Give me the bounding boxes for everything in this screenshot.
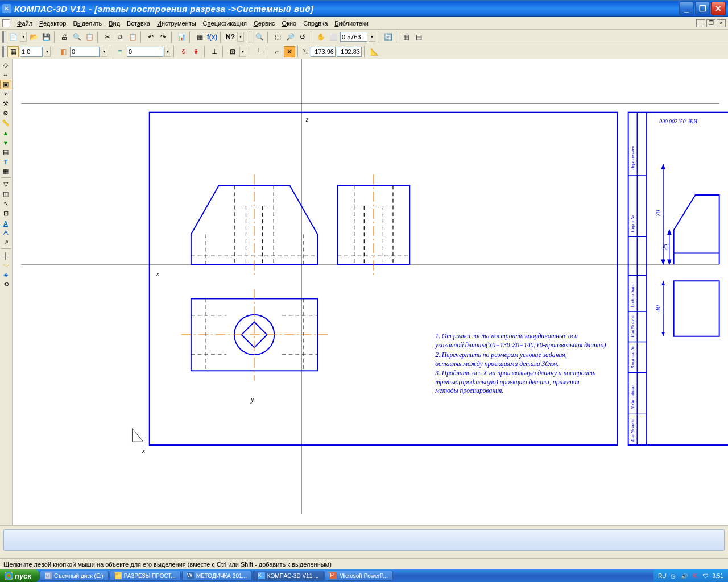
tool-spec[interactable]: ▼ [0,138,11,147]
zoom-in-button[interactable]: 🔍 [254,31,265,43]
zoom-fit-button[interactable]: ⬜ [328,31,339,43]
tool-insert-text[interactable]: T [0,157,11,167]
style-input[interactable] [127,47,163,57]
menu-service[interactable]: Сервис [250,19,279,28]
redraw-button[interactable]: 🔄 [382,31,394,43]
tool-base[interactable]: ◫ [0,189,11,199]
menu-libs[interactable]: Библиотеки [331,19,372,28]
tool-axis[interactable]: ┼ [0,251,11,260]
variables-button[interactable]: f(x) [206,31,218,43]
toolbar-grip-2[interactable] [249,31,251,43]
task-item-powerpoint[interactable]: PMicrosoft PowerP... [325,571,392,581]
tool-reports[interactable]: ▤ [0,147,11,157]
manager-button[interactable]: 📊 [176,31,187,43]
style-icon[interactable]: ≡ [114,46,126,57]
measure-button[interactable]: 📐 [369,46,380,57]
tool-dimensions[interactable]: ↔ [0,70,11,80]
tool-cut-line[interactable]: ᗅ [0,228,11,238]
current-state-button[interactable]: ▦ [7,46,19,57]
grid-button[interactable]: ⊥ [209,46,220,57]
menu-spec[interactable]: Спецификация [200,19,250,28]
tray-network-icon[interactable]: ◷ [669,572,677,580]
tool-mark[interactable]: A [0,218,11,228]
drawing-canvas[interactable]: x Перв примен Справ № Подп и дата Инв № … [13,59,728,525]
pan-button[interactable]: ✋ [315,31,326,43]
maximize-button[interactable]: ❐ [695,2,710,15]
layer-icon[interactable]: ◧ [57,46,69,57]
open-button[interactable]: 📂 [28,31,39,43]
copy-button[interactable]: ⧉ [114,31,126,43]
tool-table[interactable]: ▦ [0,167,11,176]
grid-toggle-button[interactable]: ⊞ [227,46,238,57]
menu-insert[interactable]: Вставка [123,19,154,28]
menu-tools[interactable]: Инструменты [154,19,200,28]
cut-button[interactable]: ✂ [102,31,113,43]
tool-wave[interactable]: 〰 [0,260,11,270]
menu-window[interactable]: Окно [279,19,300,28]
start-button[interactable]: пуск [0,569,39,582]
scale-input[interactable] [20,47,43,57]
tool-text[interactable]: ₮ [0,89,11,99]
ortho-button[interactable]: └ [253,46,264,57]
tool-tolerance[interactable]: ⊡ [0,209,11,218]
zoom-prev-button[interactable]: ↺ [297,31,308,43]
redo-button[interactable]: ↷ [158,31,169,43]
tray-volume-icon[interactable]: 🔊 [680,572,688,580]
task-item-folder[interactable]: 📁РАЗРЕЗЫ ПРОСТ... [110,571,181,581]
tool-leader[interactable]: ↖ [0,199,11,209]
help-dropdown[interactable]: ▾ [237,32,244,42]
close-button[interactable]: ✕ [711,2,726,15]
tool-center[interactable]: ◈ [0,270,11,280]
mdi-close-button[interactable]: × [717,19,726,27]
menu-select[interactable]: Выделить [69,19,105,28]
new-dropdown[interactable]: ▾ [20,32,27,42]
zoom-dropdown[interactable]: ▾ [369,32,375,42]
zoom-input[interactable] [340,32,367,42]
toolbar-grip[interactable] [2,31,5,43]
toolbar-grip-3[interactable] [2,46,5,57]
snap-toggle-button[interactable]: ⧲ [178,46,189,57]
clock[interactable]: 9:51 [713,573,723,579]
minimize-button[interactable]: _ [679,2,694,15]
layer-dropdown[interactable]: ▾ [101,47,107,57]
tool-arrow[interactable]: ↗ [0,238,11,247]
zoom-window-button[interactable]: ⬚ [272,31,283,43]
coord-x-input[interactable] [311,47,336,57]
help-button[interactable]: N? [225,31,236,43]
task-item-removable-disk[interactable]: ◳Съемный диск (E:) [40,571,109,581]
mdi-minimize-button[interactable]: _ [696,19,705,27]
menu-help[interactable]: Справка [300,19,331,28]
menu-edit[interactable]: Редактор [36,19,69,28]
language-indicator[interactable]: RU [658,573,666,579]
tool-auto-axis[interactable]: ⟲ [0,280,11,289]
coord-y-input[interactable] [337,47,362,57]
zoom-dynamic-button[interactable]: 🔎 [284,31,296,43]
tray-antivirus-icon[interactable]: K [691,572,699,580]
property-strip[interactable] [3,529,725,551]
tool-edit[interactable]: ⚒ [0,99,11,109]
undo-button[interactable]: ↶ [145,31,156,43]
round-button[interactable]: ⌐ [271,46,283,57]
system-tray[interactable]: RU ◷ 🔊 K 🛡 9:51 [653,569,728,582]
mdi-restore-button[interactable]: ❐ [706,19,715,27]
menu-view[interactable]: Вид [105,19,123,28]
tool-select[interactable]: ▲ [0,128,11,138]
style-dropdown[interactable]: ▾ [164,47,171,57]
print-setup-button[interactable]: 📋 [84,31,95,43]
tool-designations[interactable]: ▣ [0,80,11,89]
tool-measure[interactable]: 📏 [0,118,11,128]
grid-dropdown[interactable]: ▾ [239,47,246,57]
print-button[interactable]: 🖨 [59,31,70,43]
layers-button[interactable]: ▤ [413,31,424,43]
tool-geometry[interactable]: ◇ [0,60,11,70]
task-item-word[interactable]: WМЕТОДИЧКА 201... [182,571,252,581]
local-cs-button[interactable]: ⤱ [284,46,295,57]
preview-button[interactable]: 🔍 [71,31,82,43]
menu-file[interactable]: Файл [14,19,36,28]
save-button[interactable]: 💾 [40,31,52,43]
new-button[interactable]: 📄 [7,31,19,43]
tool-roughness[interactable]: ▽ [0,180,11,189]
document-icon[interactable] [2,19,10,27]
paste-button[interactable]: 📋 [127,31,138,43]
snap-settings-button[interactable]: ⧳ [191,46,202,57]
